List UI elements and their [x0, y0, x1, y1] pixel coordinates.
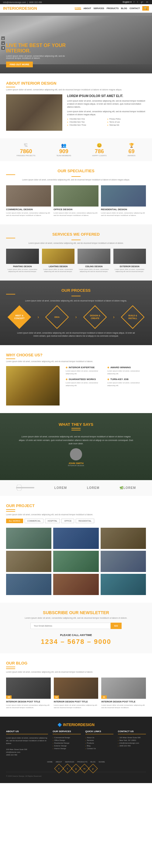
nav-home[interactable]: HOME — [75, 7, 81, 10]
footer-contact-item: 1800 222 456 — [118, 745, 146, 747]
project-item[interactable] — [6, 528, 51, 549]
process-section: OUR PROCESS Lorem ipsum dolor sit amet, … — [0, 281, 152, 345]
stat-team-label: TEAM MEMBERS — [56, 155, 71, 156]
client-logo-4: 🌿lorem — [120, 486, 136, 490]
hero-title: LIVE THE BEST OF YOUR INTERIOR. — [6, 43, 146, 54]
footer-service-link[interactable]: Office Design — [53, 739, 80, 741]
tab-office[interactable]: OFFICE — [61, 519, 74, 523]
project-grid — [6, 528, 146, 595]
process-arrow-3: › — [113, 314, 115, 319]
nav-blog[interactable]: BLOG — [121, 7, 127, 9]
footer-quick-link[interactable]: Products — [85, 742, 113, 744]
footer-contact-item: info@interiordesign.com — [118, 742, 146, 744]
project-item[interactable] — [101, 574, 146, 595]
client-logo-2: LOREM — [54, 486, 67, 490]
specialities-section: OUR SPECIALITIES Lorem ipsum dolor sit a… — [0, 161, 152, 224]
stat-projects-label: FINISHED PROJECTS — [17, 155, 35, 156]
social-li[interactable]: in — [147, 1, 148, 3]
footer-nav-blog[interactable]: BLOG — [91, 761, 96, 763]
blog-card-2: 14 INTERIOR DESIGN POST TITLE Lorem ipsu… — [54, 678, 99, 709]
nav-products[interactable]: PRODUCTS — [107, 7, 119, 9]
nav-contact[interactable]: CONTACT — [129, 7, 140, 9]
footer-service-link[interactable]: Interior Design — [53, 748, 80, 749]
footer-quick-link[interactable]: Blog — [85, 745, 113, 747]
blog-title: OUR BLOG — [6, 661, 146, 667]
footer-center: 🔷 INTERIORDESIGN — [6, 723, 146, 727]
newsletter-go-button[interactable]: GO — [111, 623, 122, 629]
footer-section: 🔷 INTERIORDESIGN ABOUT US Lorem ipsum do… — [0, 717, 152, 783]
footer-quicklinks-col: QUICK LINKS About Us Services Products B… — [85, 730, 113, 756]
nav-about[interactable]: ABOUT — [84, 7, 91, 9]
footer-nav-home[interactable]: HOME — [47, 761, 53, 763]
spec-card-office: OFFICE DESIGN Lorem ipsum dolor sit amet… — [53, 185, 99, 217]
why-award-desc: Lorem ipsum dolor sit amet, consectetur … — [107, 370, 146, 375]
checklist-item: Sitemap link — [107, 124, 146, 126]
project-item[interactable] — [53, 574, 99, 595]
blog-card-3: 21 INTERIOR DESIGN POST TITLE Lorem ipsu… — [101, 678, 146, 709]
why-feature-guaranteed: GUARANTEED WORKS Lorem ipsum dolor sit a… — [66, 378, 104, 387]
footer-nav-about[interactable]: ABOUT — [56, 761, 62, 763]
nav-services[interactable]: SERVICES — [94, 7, 104, 9]
spec-office-desc: Lorem ipsum dolor sit amet, consectetur … — [53, 212, 99, 217]
project-item[interactable] — [6, 551, 51, 572]
svg-rect-0 — [16, 487, 34, 488]
testimonial-role: INTERIOR DESIGN — [18, 465, 134, 466]
projects-title: OUR PROJECT — [6, 503, 146, 510]
project-item[interactable] — [6, 574, 51, 595]
social-gp[interactable]: g+ — [141, 1, 144, 3]
search-button[interactable]: 🔍 — [142, 6, 149, 11]
project-item[interactable] — [101, 551, 146, 572]
stat-team-num: 909 — [56, 148, 71, 155]
project-item[interactable] — [53, 528, 99, 549]
footer-service-link[interactable]: Commercial Design — [53, 737, 80, 739]
about-text: LOREM IPSUM DOLOR SIT AMET ELIT. Lorem i… — [67, 94, 146, 131]
stat-clients-label: HAPPY CLIENTS — [92, 155, 106, 156]
newsletter-form: GO — [30, 623, 122, 629]
hero-cta-button[interactable]: FIND OUT MORE — [6, 62, 33, 67]
specialities-subtitle: Lorem ipsum dolor sit amet, consectetur … — [6, 179, 146, 181]
why-feature-award: AWARD WINNING Lorem ipsum dolor sit amet… — [107, 366, 146, 375]
about-subtitle: Lorem ipsum dolor sit amet, consectetur … — [6, 89, 146, 91]
tab-hospital[interactable]: HOSPITAL — [45, 519, 60, 523]
footer-quick-link[interactable]: Services — [85, 739, 113, 741]
social-tw[interactable]: t — [137, 1, 138, 3]
footer-contact-3: 1800 222 456 — [6, 754, 48, 756]
footer-service-link[interactable]: Residential Design — [53, 742, 80, 744]
footer-services-heading: OUR SERVICES — [53, 730, 80, 734]
services-title: SERVICES WE OFFERED — [6, 232, 146, 238]
blog-title-1: INTERIOR DESIGN POST TITLE — [6, 700, 51, 703]
social-fb[interactable]: f — [134, 1, 134, 3]
footer-quick-link[interactable]: Contact Us — [85, 748, 113, 749]
testimonial-name: JOHN SMITH — [18, 462, 134, 465]
hero-side-icons: ▲ ● ◆ — [1, 36, 5, 50]
blog-image-2: 14 — [54, 678, 99, 699]
project-item[interactable] — [53, 551, 99, 572]
stat-projects-icon: 🏗 — [17, 143, 35, 148]
newsletter-email-input[interactable] — [30, 623, 111, 629]
footer-nav-share[interactable]: SHARE — [99, 761, 105, 763]
spec-residential-desc: Lorem ipsum dolor sit amet, consectetur … — [101, 212, 146, 217]
footer-nav-products[interactable]: PRODUCTS — [77, 761, 87, 763]
tab-residential[interactable]: RESIDENTIAL — [76, 519, 94, 523]
tab-commercial[interactable]: COMMERCIAL — [25, 519, 44, 523]
spec-card-residential: RESIDENTIAL DESIGN Lorem ipsum dolor sit… — [101, 185, 146, 217]
footer-nav-services[interactable]: SERVICES — [65, 761, 74, 763]
blog-subtitle: Lorem ipsum dolor sit amet, consectetur … — [6, 671, 146, 673]
why-guaranteed-title: GUARANTEED WORKS — [66, 378, 104, 381]
service-painting-image — [6, 249, 39, 264]
tab-all-works[interactable]: ALL WORKS — [6, 519, 23, 523]
project-item[interactable] — [101, 528, 146, 549]
client-logos-section: LOREM LOREM 🌿lorem — [0, 480, 152, 496]
service-painting: PAINTING DESIGN Lorem ipsum dolor sit am… — [6, 249, 39, 273]
about-image — [6, 94, 62, 131]
top-bar: info@interiordesign.com | 1800 222 456 E… — [0, 0, 152, 4]
footer-service-link[interactable]: Exterior Design — [53, 745, 80, 747]
lang-selector[interactable]: English ▾ — [123, 1, 132, 3]
process-step-4: BUILD & INSTALL — [121, 305, 145, 329]
top-email: info@interiordesign.com | 1800 222 456 — [3, 1, 42, 3]
hero-content: LIVE THE BEST OF YOUR INTERIOR. Lorem ip… — [6, 43, 146, 67]
footer-quick-link[interactable]: About Us — [85, 737, 113, 739]
about-para1: Lorem ipsum dolor sit amet, consectetur … — [67, 99, 146, 108]
blog-image-3: 21 — [101, 678, 146, 699]
service-exterior-image — [113, 249, 146, 264]
